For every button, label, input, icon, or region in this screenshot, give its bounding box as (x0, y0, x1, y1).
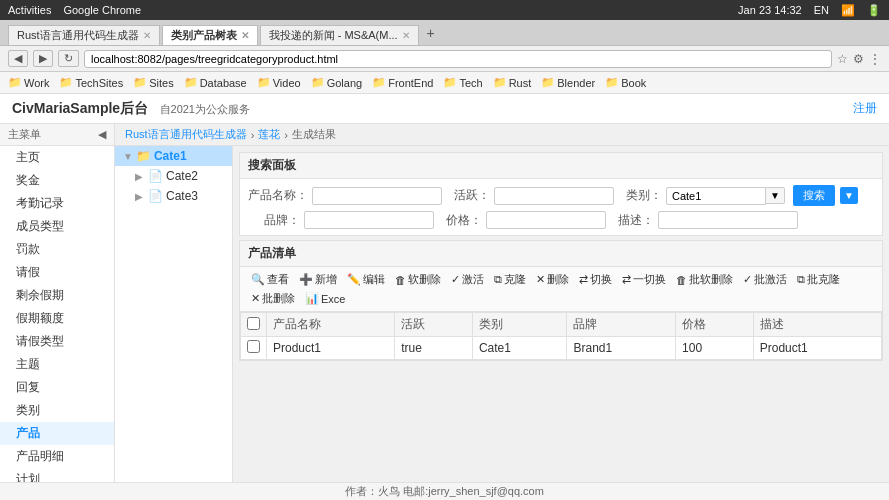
forward-button[interactable]: ▶ (33, 50, 53, 67)
col-price-header: 价格 (676, 313, 754, 337)
sidebar-collapse-icon[interactable]: ◀ (98, 128, 106, 141)
col-category-header: 类别 (472, 313, 567, 337)
product-table-container: 产品名称 活跃 类别 品牌 价格 描述 (240, 312, 882, 360)
bookmark-video[interactable]: 📁 Video (257, 76, 301, 89)
activities-label[interactable]: Activities (8, 4, 51, 16)
breadcrumb-part2[interactable]: 莲花 (258, 127, 280, 142)
product-list-header: 产品清单 (240, 241, 882, 267)
tree-panel: ▼ 📁 Cate1 ▶ 📄 Cate2 ▶ 📄 Cate3 (115, 146, 233, 482)
toolbar-add[interactable]: ➕新增 (294, 270, 342, 289)
sidebar-item-penalty[interactable]: 罚款 (0, 238, 114, 261)
price-input[interactable] (486, 211, 606, 229)
menu-icon[interactable]: ⋮ (869, 52, 881, 66)
toolbar-batch-soft-delete[interactable]: 🗑批软删除 (671, 270, 738, 289)
category-input[interactable] (666, 187, 766, 205)
sidebar-item-home[interactable]: 主页 (0, 146, 114, 169)
sidebar-item-bonus[interactable]: 奖金 (0, 169, 114, 192)
sidebar-item-remaining-leave[interactable]: 剩余假期 (0, 284, 114, 307)
bookmark-book[interactable]: 📁 Book (605, 76, 646, 89)
sidebar-item-reply[interactable]: 回复 (0, 376, 114, 399)
col-checkbox-header (241, 313, 267, 337)
tab3-close[interactable]: ✕ (402, 30, 410, 41)
active-label: 活跃： (454, 187, 490, 204)
category-label: 类别： (626, 187, 662, 204)
toolbar-clone[interactable]: ⧉克隆 (489, 270, 531, 289)
toolbar-edit[interactable]: ✏️编辑 (342, 270, 390, 289)
tree-item-cate2[interactable]: ▶ 📄 Cate2 (115, 166, 232, 186)
back-button[interactable]: ◀ (8, 50, 28, 67)
sidebar-item-attendance[interactable]: 考勤记录 (0, 192, 114, 215)
toolbar-delete[interactable]: ✕删除 (531, 270, 574, 289)
app-title: CivMariaSample后台 (12, 100, 148, 116)
description-input[interactable] (658, 211, 798, 229)
sidebar-item-leave-type[interactable]: 请假类型 (0, 330, 114, 353)
bookmark-blender[interactable]: 📁 Blender (541, 76, 595, 89)
bookmark-sites[interactable]: 📁 Sites (133, 76, 173, 89)
tree-item-cate1[interactable]: ▼ 📁 Cate1 (115, 146, 232, 166)
bookmark-work[interactable]: 📁 Work (8, 76, 49, 89)
breadcrumb-sep1: › (251, 129, 255, 141)
sidebar-item-leave[interactable]: 请假 (0, 261, 114, 284)
sidebar-item-theme[interactable]: 主题 (0, 353, 114, 376)
breadcrumb-part3: 生成结果 (292, 127, 336, 142)
select-all-checkbox[interactable] (247, 317, 260, 330)
sidebar-item-leave-quota[interactable]: 假期额度 (0, 307, 114, 330)
sidebar-item-plan[interactable]: 计划 (0, 468, 114, 482)
extension-icon[interactable]: ⚙ (853, 52, 864, 66)
tree-expand-cate1[interactable]: ▼ (123, 151, 133, 162)
sidebar-item-category[interactable]: 类别 (0, 399, 114, 422)
sidebar-item-product-detail[interactable]: 产品明细 (0, 445, 114, 468)
browser-label: Google Chrome (63, 4, 141, 16)
row-name-cell: Product1 (267, 337, 395, 360)
toolbar-excel[interactable]: 📊Exce (300, 290, 350, 307)
product-name-input[interactable] (312, 187, 442, 205)
active-input[interactable] (494, 187, 614, 205)
col-desc-header: 描述 (753, 313, 881, 337)
address-input[interactable] (84, 50, 832, 68)
col-name-header: 产品名称 (267, 313, 395, 337)
browser-tab-2[interactable]: 类别产品树表 ✕ (162, 25, 258, 45)
toolbar-batch-activate[interactable]: ✓批激活 (738, 270, 792, 289)
tab2-close[interactable]: ✕ (241, 30, 249, 41)
main-layout: 主菜单 ◀ 主页 奖金 考勤记录 成员类型 罚款 请假 剩余假期 假期额度 请假… (0, 124, 889, 482)
sidebar: 主菜单 ◀ 主页 奖金 考勤记录 成员类型 罚款 请假 剩余假期 假期额度 请假… (0, 124, 115, 482)
search-button[interactable]: 搜索 (793, 185, 835, 206)
toolbar-batch-clone[interactable]: ⧉批克隆 (792, 270, 845, 289)
toolbar-toggle-all[interactable]: ⇄一切换 (617, 270, 671, 289)
price-label: 价格： (446, 212, 482, 229)
bookmark-frontend[interactable]: 📁 FrontEnd (372, 76, 433, 89)
toolbar-view[interactable]: 🔍查看 (246, 270, 294, 289)
toolbar-batch-delete[interactable]: ✕批删除 (246, 289, 300, 308)
brand-input[interactable] (304, 211, 434, 229)
bookmark-database[interactable]: 📁 Database (184, 76, 247, 89)
col-brand-header: 品牌 (567, 313, 676, 337)
tree-file-cate3: 📄 (148, 189, 163, 203)
row-checkbox[interactable] (247, 340, 260, 353)
sidebar-item-member-type[interactable]: 成员类型 (0, 215, 114, 238)
wifi-icon: 📶 (841, 4, 855, 17)
bookmarks-bar: 📁 Work 📁 TechSites 📁 Sites 📁 Database 📁 … (0, 72, 889, 94)
address-bar: ◀ ▶ ↻ ☆ ⚙ ⋮ (0, 46, 889, 72)
category-dropdown-btn[interactable]: ▼ (766, 187, 785, 204)
reload-button[interactable]: ↻ (58, 50, 79, 67)
tree-folder-cate1: 📁 (136, 149, 151, 163)
tab1-close[interactable]: ✕ (143, 30, 151, 41)
search-dropdown-arrow[interactable]: ▼ (840, 187, 858, 204)
login-button[interactable]: 注册 (853, 100, 877, 117)
bookmark-golang[interactable]: 📁 Golang (311, 76, 362, 89)
breadcrumb-part1[interactable]: Rust语言通用代码生成器 (125, 127, 247, 142)
content-area: Rust语言通用代码生成器 › 莲花 › 生成结果 ▼ 📁 Cate1 ▶ 📄 (115, 124, 889, 482)
new-tab-button[interactable]: + (421, 25, 441, 41)
bookmark-star-icon[interactable]: ☆ (837, 52, 848, 66)
toolbar-toggle[interactable]: ⇄切换 (574, 270, 617, 289)
browser-tab-1[interactable]: Rust语言通用代码生成器 ✕ (8, 25, 160, 45)
tree-item-cate3[interactable]: ▶ 📄 Cate3 (115, 186, 232, 206)
toolbar-activate[interactable]: ✓激活 (446, 270, 489, 289)
browser-tab-3[interactable]: 我投递的新闻 - MS&A(M... ✕ (260, 25, 419, 45)
bookmark-techsites[interactable]: 📁 TechSites (59, 76, 123, 89)
toolbar-soft-delete[interactable]: 🗑软删除 (390, 270, 446, 289)
bookmark-rust[interactable]: 📁 Rust (493, 76, 532, 89)
tab3-label: 我投递的新闻 - MS&A(M... (269, 28, 398, 43)
sidebar-item-product[interactable]: 产品 (0, 422, 114, 445)
bookmark-tech[interactable]: 📁 Tech (443, 76, 482, 89)
